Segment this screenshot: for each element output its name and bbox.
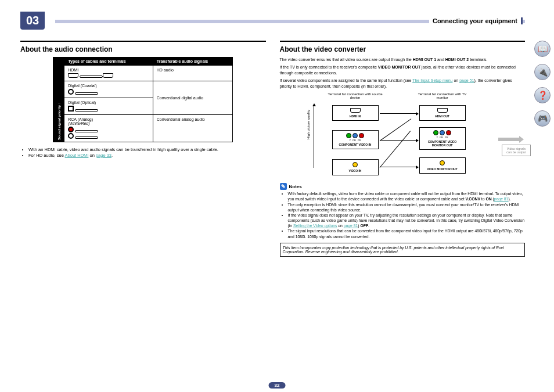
link-video-options[interactable]: Setting the Video options <box>293 224 337 228</box>
gray-arrow-icon <box>498 138 520 141</box>
box-comp-out: Y PB PR COMPONENT VIDEO MONITOR OUT <box>419 127 466 150</box>
note-4: The signal input resolutions that can be… <box>288 228 526 239</box>
link-page-81a[interactable]: page 81 <box>494 197 509 201</box>
notes-heading: Notes <box>289 184 302 189</box>
audio-table: Sound signal priority ↑ Types of cables … <box>53 57 233 142</box>
cable-hdmi: HDMI <box>64 66 153 81</box>
signal-analog: Conventional analog audio <box>153 115 232 142</box>
quality-arrow-icon <box>314 104 314 168</box>
header-title: Connecting your equipment <box>429 17 523 24</box>
link-page-81b[interactable]: page 81 <box>344 224 358 228</box>
diag-line <box>380 113 418 167</box>
box-hdmi-out: HDMI OUT <box>419 105 466 121</box>
note-icon: ✎ <box>280 183 287 190</box>
copy-protection: This item incorporates copy protection t… <box>280 243 526 257</box>
signals-note: Video signals can be output <box>502 145 531 156</box>
cable-optical: Digital (Optical) <box>64 98 153 115</box>
signal-hdmi: HD audio <box>153 66 232 81</box>
box-video-out: VIDEO MONITOR OUT <box>419 157 466 174</box>
video-body: The video converter ensures that all vid… <box>280 57 526 89</box>
link-page-51[interactable]: page 51 <box>459 78 474 82</box>
audio-bullet-1: With an HDMI cable, video and audio sign… <box>28 147 266 153</box>
video-heading: About the video converter <box>280 45 526 53</box>
note-2: The only exception is HDMI: since this r… <box>288 202 526 213</box>
note-3: If the video signal does not appear on y… <box>288 213 526 229</box>
chapter-number: 03 <box>20 12 45 30</box>
link-page-33[interactable]: page 33 <box>96 153 111 158</box>
th-cables: Types of cables and terminals <box>64 57 153 66</box>
note-1: With factory default settings, video fro… <box>288 191 526 202</box>
arrow-icon <box>380 167 418 167</box>
quality-label: High picture quality <box>307 110 310 139</box>
cable-rca: RCA (Analog)(White/Red) <box>64 115 153 142</box>
src-label: Terminal for connection with source devi… <box>326 92 384 99</box>
audio-bullets: With an HDMI cable, video and audio sign… <box>28 147 266 159</box>
priority-label: Sound signal priority ↑ <box>53 57 64 142</box>
tv-label: Terminal for connection with TV monitor <box>413 92 472 99</box>
th-signals: Transferable audio signals <box>153 57 232 66</box>
box-hdmi-in: HDMI IN <box>332 105 379 121</box>
link-about-hdmi[interactable]: About HDMI <box>65 153 89 158</box>
cable-coax: Digital (Coaxial) <box>64 81 153 98</box>
header: 03 Connecting your equipment <box>20 12 525 29</box>
link-input-setup[interactable]: The Input Setup menu <box>412 78 452 82</box>
box-video-in: VIDEO IN <box>332 159 379 175</box>
page-number: 32 <box>269 382 286 389</box>
signal-digital: Conventional digital audio <box>153 81 232 115</box>
box-comp-in: Y PB PR COMPONENT VIDEO IN <box>332 130 379 149</box>
notes-list: With factory default settings, video fro… <box>288 191 526 239</box>
audio-heading: About the audio connection <box>20 45 266 53</box>
audio-bullet-2: For HD audio, see About HDMI on page 33. <box>28 153 266 159</box>
video-diagram: High picture quality Terminal for connec… <box>280 92 526 179</box>
